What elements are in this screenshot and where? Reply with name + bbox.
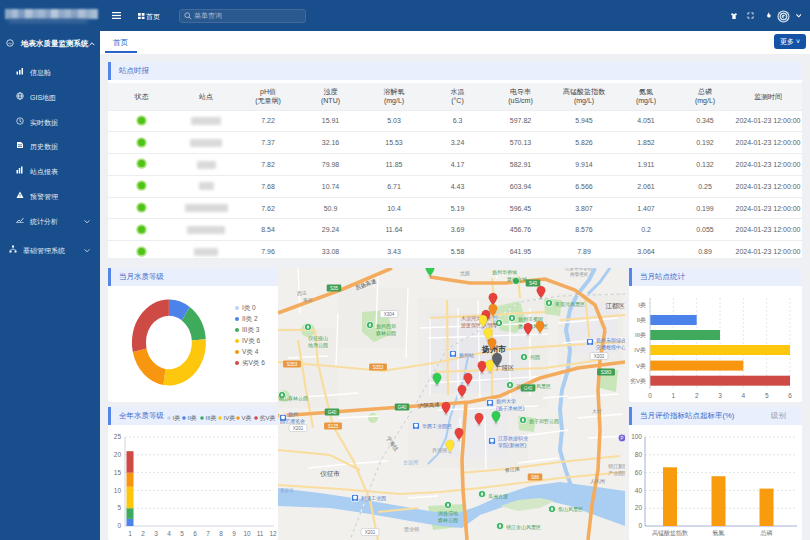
svg-text:高锰酸盐指数: 高锰酸盐指数 <box>652 529 688 537</box>
svg-text:营业镇: 营业镇 <box>404 526 419 533</box>
svg-text:III类 3: III类 3 <box>242 326 260 333</box>
svg-text:扬州站: 扬州站 <box>459 352 474 359</box>
svg-text:北路: 北路 <box>460 270 470 277</box>
svg-text:G40: G40 <box>328 410 337 415</box>
svg-text:江苏省邗管仙: 江苏省邗管仙 <box>565 268 593 271</box>
svg-text:仪征市: 仪征市 <box>320 470 340 477</box>
svg-text:1: 1 <box>671 392 675 399</box>
svg-text:何园: 何园 <box>530 354 540 361</box>
svg-text:S86: S86 <box>531 475 540 480</box>
svg-text:6: 6 <box>788 392 792 399</box>
svg-text:扬子郊野公园: 扬子郊野公园 <box>529 418 559 425</box>
svg-text:25: 25 <box>114 433 122 440</box>
svg-text:15: 15 <box>114 469 122 476</box>
svg-text:20: 20 <box>114 451 122 458</box>
svg-text:利涌工业园: 利涌工业园 <box>361 495 386 502</box>
svg-text:IV类: IV类 <box>634 347 646 353</box>
svg-text:S353: S353 <box>287 362 298 367</box>
svg-text:IV类 6: IV类 6 <box>242 337 260 344</box>
svg-text:焦山风景区: 焦山风景区 <box>558 506 583 512</box>
svg-text:劣V类: 劣V类 <box>260 415 276 422</box>
svg-text:S49: S49 <box>529 281 538 286</box>
svg-text:0: 0 <box>638 522 642 529</box>
svg-text:9: 9 <box>232 530 236 537</box>
svg-text:运河三湾风景区: 运河三湾风景区 <box>516 383 551 390</box>
svg-text:劣V类: 劣V类 <box>630 378 646 385</box>
svg-text:II类 2: II类 2 <box>242 315 258 322</box>
svg-text:III类: III类 <box>206 415 217 421</box>
svg-text:X201: X201 <box>293 426 304 431</box>
svg-text:江苏旅游职业: 江苏旅游职业 <box>498 435 528 442</box>
svg-text:60: 60 <box>635 469 643 476</box>
svg-text:5: 5 <box>117 504 121 511</box>
svg-text:100: 100 <box>631 433 642 440</box>
svg-text:园艺博览会: 园艺博览会 <box>280 418 305 425</box>
svg-text:扬州: 扬州 <box>288 411 298 418</box>
svg-text:X202: X202 <box>594 354 605 359</box>
svg-text:梦幻之城: 梦幻之城 <box>507 276 527 283</box>
svg-text:朱庄: 朱庄 <box>303 297 313 303</box>
svg-text:S383: S383 <box>601 370 612 375</box>
svg-text:镇江金山风景区: 镇江金山风景区 <box>506 524 541 531</box>
svg-text:总磷: 总磷 <box>760 530 773 536</box>
svg-text:学院(新校区): 学院(新校区) <box>498 442 527 449</box>
svg-text:地质公园: 地质公园 <box>307 342 328 349</box>
svg-text:森林公园: 森林公园 <box>438 517 458 524</box>
svg-text:40: 40 <box>635 487 643 494</box>
svg-text:5: 5 <box>180 530 184 537</box>
svg-text:大圩: 大圩 <box>592 408 602 414</box>
svg-text:氨氮: 氨氮 <box>713 529 725 536</box>
svg-text:游度假区 大明寺: 游度假区 大明寺 <box>460 322 497 329</box>
svg-text:扬州华侨城: 扬州华侨城 <box>492 269 517 276</box>
svg-text:6: 6 <box>193 530 197 537</box>
svg-text:S35: S35 <box>330 286 339 291</box>
svg-text:12: 12 <box>269 530 277 537</box>
svg-text:胥家河: 胥家河 <box>280 487 294 493</box>
svg-text:V类: V类 <box>636 363 646 369</box>
svg-text:11: 11 <box>257 530 264 537</box>
svg-text:扬州东部综合: 扬州东部综合 <box>596 337 625 344</box>
svg-text:产业园区: 产业园区 <box>608 470 625 477</box>
svg-text:10: 10 <box>114 487 122 494</box>
svg-text:森林公园: 森林公园 <box>376 330 396 337</box>
svg-text:1: 1 <box>128 530 132 537</box>
svg-text:0: 0 <box>117 522 121 529</box>
svg-text:华腾工业园区: 华腾工业园区 <box>422 423 452 430</box>
svg-text:铜山森林公园: 铜山森林公园 <box>278 395 308 402</box>
svg-text:江都区: 江都区 <box>605 302 625 310</box>
svg-text:P: P <box>620 436 623 441</box>
svg-text:劣V类 6: 劣V类 6 <box>242 359 265 367</box>
svg-text:S125: S125 <box>328 424 339 429</box>
svg-text:V类: V类 <box>242 415 252 421</box>
svg-text:II类: II类 <box>188 415 197 421</box>
svg-text:5: 5 <box>765 392 769 399</box>
svg-text:0: 0 <box>648 392 652 399</box>
svg-text:II类: II类 <box>637 317 646 323</box>
svg-text:IV类: IV类 <box>224 415 236 421</box>
svg-text:茱萸湾风景区: 茱萸湾风景区 <box>555 301 585 308</box>
svg-text:10: 10 <box>243 530 251 537</box>
svg-text:西庄: 西庄 <box>297 290 307 297</box>
svg-text:7: 7 <box>206 530 210 537</box>
svg-text:X304: X304 <box>384 312 395 317</box>
svg-text:扬州西郊: 扬州西郊 <box>376 323 396 330</box>
svg-text:2: 2 <box>695 392 699 399</box>
svg-text:2: 2 <box>141 530 145 537</box>
svg-text:G40: G40 <box>398 405 407 410</box>
svg-text:4: 4 <box>167 530 171 537</box>
svg-text:4: 4 <box>741 392 745 399</box>
svg-text:I类: I类 <box>638 302 646 308</box>
svg-text:闸管理所: 闸管理所 <box>570 271 589 278</box>
svg-text:3: 3 <box>718 392 722 399</box>
svg-text:S353: S353 <box>373 365 384 370</box>
svg-text:(扬子津校区): (扬子津校区) <box>496 405 525 412</box>
svg-text:瓜洲古渡: 瓜洲古渡 <box>488 493 508 500</box>
svg-text:I类 0: I类 0 <box>242 304 256 311</box>
svg-text:I类: I类 <box>173 415 181 421</box>
svg-text:V类 4: V类 4 <box>242 348 259 355</box>
svg-text:人民闸: 人民闸 <box>590 478 605 485</box>
svg-text:仪征捺山: 仪征捺山 <box>308 335 328 342</box>
svg-text:80: 80 <box>635 451 643 458</box>
svg-text:20: 20 <box>635 504 643 511</box>
svg-text:III类: III类 <box>635 332 646 338</box>
